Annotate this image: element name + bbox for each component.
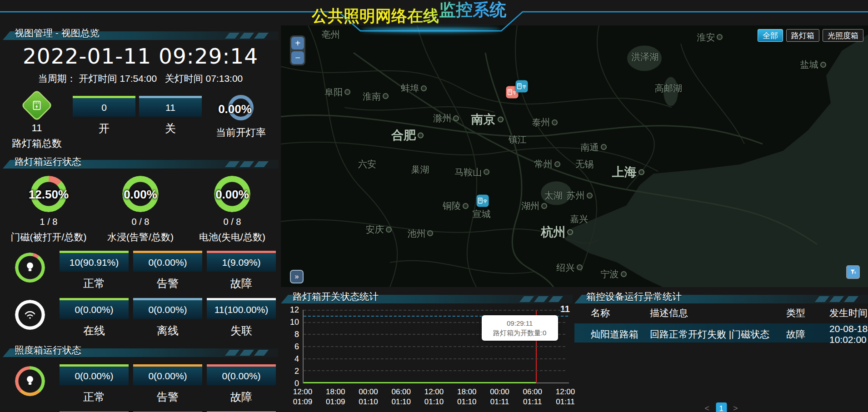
lights-on-cell: 0 开 [73, 96, 135, 136]
lamp-alarm-value: 0(0.00%) [133, 251, 202, 272]
table-column-header: 发生时间 [829, 307, 868, 319]
dashboard-screen: 公共照明网络在线监控系统 视图管理 - 视图总览 2022-01-11 09:2… [0, 0, 868, 412]
table-cell: 20-08-18 10:02:00 [829, 323, 868, 345]
map-city-label: 湖州 [521, 200, 539, 212]
map-city-label: 巢湖 [411, 163, 429, 175]
table-cell: 回路正常开灯失败 |门磁状态 [650, 328, 786, 341]
overview-panel: 视图管理 - 视图总览 2022-01-11 09:29:14 当周期： 开灯时… [3, 26, 278, 412]
x-axis-tick: 12:0001:11 [556, 387, 575, 407]
zoom-in-button[interactable]: + [291, 37, 304, 50]
on-rate-value: 0.00% [204, 102, 266, 116]
lamp-offline-cell: 0(0.00%) 离线 [133, 298, 202, 338]
map-zoom-control: + − [290, 35, 305, 65]
y-axis-tick: 6 [281, 342, 299, 351]
table-column-header: 类型 [786, 307, 829, 319]
lamp-normal-cell: 10(90.91%) 正常 [60, 251, 129, 291]
map-city-label: 淮南 [363, 90, 381, 102]
battery-sensor-donut: 0.00% 0 / 8 电池(失电/总数) [186, 174, 278, 243]
y-axis-tick: 10 [281, 318, 299, 327]
map-city-label: 镇江 [509, 133, 527, 145]
map-city-label: 铜陵 [443, 200, 461, 212]
lamp-health-row: 10(90.91%) 正常 0(0.00%) 告警 1(9.09%) 故障 [3, 251, 278, 291]
table-body: 灿阳道路箱回路正常开灯失败 |门磁状态故障20-08-18 10:02:00 [574, 323, 868, 343]
y-axis-tick: 4 [281, 354, 299, 363]
table-column-header: 描述信息 [650, 307, 786, 319]
lightbox-alarm-label: 告警 [133, 390, 202, 404]
map-city-label: 洪泽湖 [631, 51, 658, 63]
zoom-out-button[interactable]: − [291, 51, 304, 64]
wifi-icon [15, 300, 45, 330]
y-axis-tick: 12 [281, 305, 299, 314]
app-title-right: 监控系统 [439, 0, 506, 21]
map-canvas[interactable]: 亳州淮安洪泽湖盐城高邮湖阜阳淮南蚌埠滁州南京泰州镇江合肥南通常州无锡上海六安巢湖… [281, 25, 868, 287]
map-filter-button[interactable] [846, 265, 860, 279]
current-page-button[interactable]: 1 [716, 402, 727, 412]
map-city-label: 盐城 [800, 59, 818, 71]
table-cell: 灿阳道路箱 [591, 328, 650, 341]
lights-off-cell: 11 关 [139, 96, 202, 136]
table-row[interactable]: 灿阳道路箱回路正常开灯失败 |门磁状态故障20-08-18 10:02:00 [574, 323, 868, 343]
lamp-online-value: 0(0.00%) [60, 298, 129, 319]
lightbox-fault-value: 0(0.00%) [207, 364, 276, 385]
header-stripes [522, 296, 561, 302]
lamp-fault-label: 故障 [207, 276, 276, 291]
door-donut-ratio: 1 / 8 [3, 217, 95, 227]
lightbox-health-row: 0(0.00%) 正常 0(0.00%) 告警 0(0.00%) 故障 [3, 364, 278, 404]
table-cell: 故障 [786, 328, 829, 341]
lights-on-time: 17:54:00 [120, 73, 157, 84]
next-page-button[interactable]: > [733, 404, 738, 412]
map-city-label: 泰州 [532, 116, 550, 129]
series-line [304, 382, 536, 383]
light-box-status-header: 照度箱运行状态 [3, 343, 278, 357]
lamp-normal-label: 正常 [60, 276, 129, 291]
bulb-icon [15, 366, 45, 396]
water-sensor-donut: 0.00% 0 / 8 水浸(告警/总数) [95, 174, 186, 243]
device-cluster-marker[interactable] [477, 194, 489, 207]
box-wifi-icon [517, 83, 526, 90]
map-city-label: 池州 [407, 227, 425, 239]
map-filter-光照度箱[interactable]: 光照度箱 [823, 29, 863, 42]
lights-on-count: 0 [73, 96, 135, 117]
map-city-label: 宣城 [473, 208, 491, 220]
device-cluster-marker[interactable] [515, 80, 528, 93]
line-chart[interactable]: 121086420 11 09:29:11 路灯箱为开数量:0 12:0001:… [281, 310, 573, 412]
chart-tooltip: 09:29:11 路灯箱为开数量:0 [482, 315, 558, 341]
lightbox-normal-cell: 0(0.00%) 正常 [60, 364, 129, 404]
map-city-label: 蚌埠 [401, 82, 419, 94]
lamp-status-header: 路灯箱运行状态 [3, 155, 278, 169]
lightbox-alarm-cell: 0(0.00%) 告警 [133, 364, 202, 404]
map-filter-全部[interactable]: 全部 [758, 29, 783, 42]
x-axis-tick: 12:0001:09 [293, 387, 313, 407]
lightbox-alarm-value: 0(0.00%) [133, 364, 202, 385]
tooltip-value: 路灯箱为开数量:0 [484, 328, 555, 338]
chart-title: 路灯箱开关状态统计 [293, 290, 379, 303]
lampbox-total-count: 11 [3, 122, 71, 134]
lights-on-label: 开灯时间 [79, 73, 117, 84]
chart-header: 路灯箱开关状态统计 [281, 290, 573, 303]
map-city-label: 上海 [612, 164, 637, 180]
x-axis-tick: 18:0001:10 [457, 387, 477, 407]
map-background [281, 25, 868, 287]
gridline [304, 370, 565, 371]
lamp-fault-cell: 1(9.09%) 故障 [207, 251, 276, 291]
prev-page-button[interactable]: < [704, 404, 709, 412]
map-city-label: 苏州 [567, 189, 585, 202]
header-stripes [817, 296, 856, 302]
table-header: 箱控设备运行异常统计 [574, 290, 868, 303]
lamp-lost-label: 失联 [207, 323, 276, 338]
map-city-label: 杭州 [541, 224, 565, 240]
map-city-label: 高邮湖 [655, 82, 682, 94]
map-city-label: 常州 [534, 158, 553, 170]
header-stripes [227, 33, 266, 39]
lightbox-fault-label: 故障 [207, 390, 276, 404]
x-axis-tick: 00:0001:10 [359, 387, 378, 407]
battery-donut-ring: 0.00% [214, 176, 250, 212]
app-title: 公共照明网络在线监控系统 [291, 5, 527, 27]
bulb-icon [15, 253, 45, 283]
max-value-label: 11 [560, 304, 570, 314]
box-wifi-icon [478, 197, 488, 204]
panel-expand-button[interactable]: » [290, 270, 304, 283]
map-city-label: 无锡 [575, 158, 594, 170]
light-box-status-header-label: 照度箱运行状态 [15, 344, 81, 357]
map-filter-路灯箱[interactable]: 路灯箱 [786, 29, 819, 42]
